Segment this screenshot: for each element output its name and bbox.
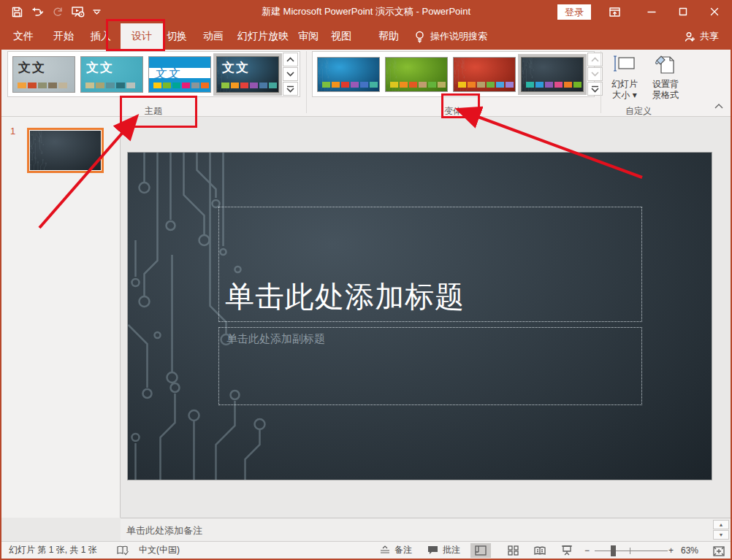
variant-swatches [390, 82, 446, 88]
subtitle-placeholder[interactable]: 单击此处添加副标题 [218, 327, 642, 405]
themes-more-button[interactable] [283, 82, 298, 96]
slide-size-icon [613, 54, 636, 74]
slide-sorter-view-button[interactable] [503, 543, 523, 558]
group-separator [306, 51, 307, 113]
comments-toggle[interactable]: 批注 [427, 542, 460, 559]
language-indicator[interactable]: 中文(中国) [139, 542, 180, 559]
share-label: 共享 [700, 30, 719, 43]
tab-file[interactable]: 文件 [13, 23, 34, 50]
zoom-slider-track[interactable] [595, 551, 668, 551]
share-button[interactable]: 共享 [685, 23, 719, 50]
tab-transitions[interactable]: 切换 [167, 23, 187, 50]
zoom-out-button[interactable]: − [584, 542, 590, 559]
slide-number: 1 [10, 126, 15, 137]
theme-tile-3[interactable]: 文文 [148, 56, 211, 93]
zoom-level[interactable]: 63% [681, 542, 698, 559]
slide-counter[interactable]: 幻灯片 第 1 张, 共 1 张 [9, 542, 97, 559]
person-plus-icon [685, 31, 695, 42]
themes-group-label: 主题 [145, 105, 162, 118]
notes-icon [380, 545, 390, 555]
slide-size-label-line2: 大小 ▾ [612, 90, 636, 100]
slide-canvas[interactable]: 单击此处添加标题 单击此处添加副标题 [127, 152, 712, 480]
tab-view[interactable]: 视图 [331, 23, 351, 50]
notes-pane[interactable]: 单击此处添加备注 ▲ ▼ [121, 518, 732, 541]
theme-swatches [153, 83, 209, 88]
group-separator [601, 51, 601, 113]
variant-tile-blue[interactable] [317, 57, 380, 92]
undo-icon[interactable] [31, 7, 44, 18]
slide-thumbnail-1[interactable] [27, 128, 104, 173]
ribbon-tab-row: 文件 开始 插入 设计 切换 动画 幻灯片放映 审阅 视图 帮助 操作说明搜索 … [1, 23, 731, 50]
customize-qat-icon[interactable] [93, 9, 101, 15]
zoom-in-button[interactable]: + [668, 542, 674, 559]
ribbon-display-options-icon[interactable] [600, 0, 629, 23]
powerpoint-window: 新建 Microsoft PowerPoint 演示文稿 - PowerPoin… [0, 0, 732, 560]
variant-tiles [314, 57, 584, 92]
notes-scrollbar: ▲ ▼ [713, 520, 729, 540]
tell-me-search[interactable]: 操作说明搜索 [415, 23, 487, 50]
tell-me-label: 操作说明搜索 [430, 30, 487, 43]
save-icon[interactable] [12, 7, 23, 18]
variant-swatches [526, 82, 582, 88]
tab-help[interactable]: 帮助 [378, 23, 399, 50]
variant-tile-dark-selected[interactable] [521, 57, 584, 92]
notes-scroll-up[interactable]: ▲ [713, 520, 729, 529]
slide-size-label-line1: 幻灯片 [611, 79, 638, 89]
variant-tile-green[interactable] [385, 57, 448, 92]
themes-gallery: 文文 文文 文文 文文 [7, 51, 300, 97]
notes-placeholder[interactable]: 单击此处添加备注 [126, 524, 202, 537]
format-background-label-line1: 设置背 [652, 79, 679, 89]
fit-slide-to-window-button[interactable] [709, 544, 729, 559]
variant-tile-red[interactable] [453, 57, 516, 92]
notes-toggle[interactable]: 备注 [380, 542, 412, 559]
ribbon-design: 文文 文文 文文 文文 [1, 50, 731, 117]
theme-sample-text: 文文 [222, 59, 250, 76]
tab-animations[interactable]: 动画 [203, 23, 224, 50]
theme-tiles: 文文 文文 文文 文文 [9, 56, 279, 93]
notes-scroll-down[interactable]: ▼ [713, 530, 729, 540]
collapse-ribbon-icon[interactable] [714, 104, 723, 109]
themes-scroll-down[interactable] [283, 67, 298, 81]
tab-slideshow[interactable]: 幻灯片放映 [237, 23, 289, 50]
customize-group-label: 自定义 [625, 105, 652, 118]
zoom-slider-thumb[interactable] [611, 545, 616, 556]
reading-view-button[interactable] [530, 543, 550, 558]
tab-home[interactable]: 开始 [53, 23, 74, 50]
theme-sample-text: 文文 [18, 59, 46, 76]
theme-swatches [221, 83, 277, 88]
sign-in-button[interactable]: 登录 [557, 4, 591, 20]
format-background-icon [655, 54, 676, 74]
tab-review[interactable]: 审阅 [298, 23, 319, 50]
variant-swatches [458, 82, 514, 88]
notes-toggle-label: 备注 [394, 544, 412, 556]
start-slideshow-icon[interactable] [72, 6, 85, 18]
theme-tile-1[interactable]: 文文 [12, 56, 75, 93]
redo-icon [52, 7, 64, 18]
themes-scroll-up[interactable] [283, 53, 298, 66]
theme-tile-circuit-selected[interactable]: 文文 [216, 56, 279, 93]
format-background-button[interactable]: 设置背 景格式 [646, 51, 685, 114]
theme-swatches [18, 83, 67, 88]
themes-scroll [283, 53, 298, 96]
variants-gallery [312, 51, 595, 97]
theme-sample-text: 文文 [154, 66, 180, 82]
title-placeholder[interactable]: 单击此处添加标题 [218, 207, 642, 322]
close-button[interactable] [700, 0, 729, 23]
maximize-button[interactable] [668, 0, 698, 23]
tab-insert[interactable]: 插入 [91, 23, 111, 50]
format-background-label-line2: 景格式 [652, 90, 679, 100]
theme-sample-text: 文文 [86, 59, 114, 76]
status-bar: 幻灯片 第 1 张, 共 1 张 中文(中国) 备注 批注 − + 6 [1, 541, 731, 560]
theme-swatches [85, 83, 135, 88]
circuit-pattern [30, 131, 101, 170]
spellcheck-icon[interactable] [117, 542, 129, 559]
variants-group-label: 变体 [444, 105, 462, 118]
slideshow-view-button[interactable] [557, 543, 577, 558]
normal-view-button[interactable] [470, 543, 491, 558]
theme-tile-2[interactable]: 文文 [80, 56, 143, 93]
zoom-slider-midpoint [630, 548, 630, 554]
tab-design[interactable]: 设计 [131, 23, 152, 50]
slide-thumbnail-image [30, 131, 101, 170]
comments-toggle-label: 批注 [443, 544, 460, 556]
minimize-button[interactable] [637, 0, 666, 23]
